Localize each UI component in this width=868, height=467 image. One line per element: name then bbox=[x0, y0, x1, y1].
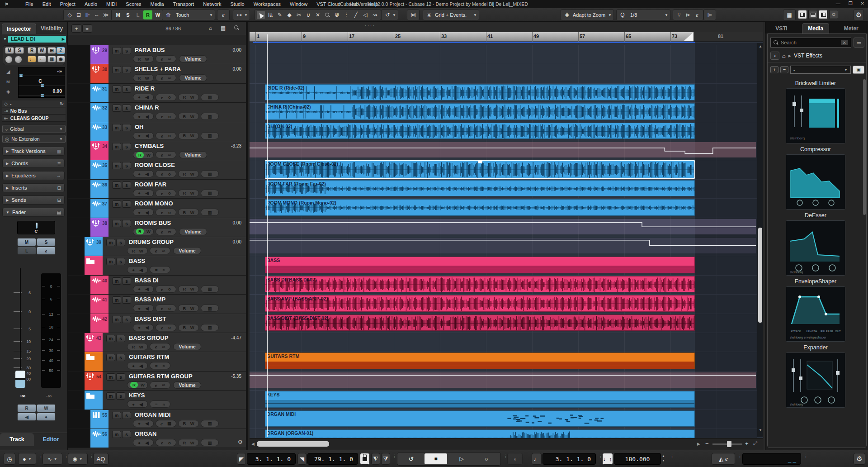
track-solo-button[interactable]: s bbox=[122, 105, 131, 112]
track-bypass-button[interactable]: ∞ bbox=[168, 152, 171, 157]
plugin-item-compressor[interactable]: Compressor bbox=[768, 146, 863, 210]
add-rack-button[interactable]: + bbox=[770, 66, 778, 73]
track-header[interactable]: ▼LEAD L DI▶ bbox=[2, 35, 66, 43]
maximize-button[interactable]: ❐ bbox=[847, 0, 854, 7]
track-insert-state[interactable]: o bbox=[168, 133, 171, 138]
track-insert-state[interactable]: o bbox=[168, 191, 171, 195]
track-mute-button[interactable]: m bbox=[106, 335, 115, 342]
track-edit-button[interactable]: e bbox=[155, 248, 157, 253]
track-solo-button[interactable]: s bbox=[122, 296, 131, 304]
track-color-strip[interactable] bbox=[85, 256, 103, 275]
edit-pill[interactable]: eo bbox=[156, 190, 176, 197]
track-lanes-button[interactable]: ▥ bbox=[208, 172, 212, 176]
track-row-29[interactable]: 29msPARA BUS0.00RWe∞Volume bbox=[68, 45, 248, 64]
folder-collapse-button[interactable]: = bbox=[155, 363, 158, 368]
track-write-button[interactable]: W bbox=[146, 152, 151, 157]
menu-media[interactable]: Media bbox=[146, 0, 168, 8]
automation-lane[interactable] bbox=[250, 238, 756, 253]
track-write-button[interactable]: W bbox=[190, 133, 194, 138]
input-routing-row[interactable]: ⇥No Bus bbox=[2, 108, 66, 114]
reload-icon[interactable]: ↻ bbox=[60, 101, 64, 106]
edit-pill[interactable]: eo bbox=[156, 324, 176, 331]
edit-pill[interactable]: eo bbox=[156, 113, 176, 120]
track-write-button[interactable]: W bbox=[190, 306, 194, 311]
event-bass-amp-bass-amp-02-[interactable]: BASS AMP (BASS AMP-02) bbox=[265, 295, 695, 311]
plugin-item-deesser[interactable]: DeEssersteinberg bbox=[768, 212, 863, 276]
fader-read-button[interactable]: R bbox=[17, 404, 36, 412]
fader-monitor-button[interactable]: ◀ bbox=[17, 413, 36, 421]
tab-editor[interactable]: Editor bbox=[34, 433, 68, 446]
locators-lock-button[interactable] bbox=[360, 453, 370, 465]
remove-rack-button[interactable]: − bbox=[780, 66, 788, 73]
output-routing-row[interactable]: ⇤CLEANS GROUP bbox=[2, 115, 66, 122]
track-read-button[interactable]: R bbox=[137, 57, 141, 62]
write-button[interactable]: W bbox=[38, 47, 46, 54]
track-mute-button[interactable]: m bbox=[106, 258, 115, 265]
track-read-button[interactable]: R bbox=[183, 286, 186, 291]
track-monitor-button[interactable]: ◀ bbox=[139, 267, 142, 272]
track-insert-state[interactable]: o bbox=[168, 210, 171, 215]
freeze-button[interactable]: ⊞ bbox=[47, 47, 56, 54]
punch-out-button[interactable]: ⧩ bbox=[381, 453, 390, 465]
tab-track[interactable]: Track bbox=[0, 433, 34, 446]
event-guitars-rtm[interactable]: GUITARS RTM bbox=[265, 353, 695, 369]
track-monitor-button[interactable]: ◀ bbox=[145, 286, 148, 291]
arrangement-area[interactable]: ····19172533414957657381RIDE R (Ride-02)… bbox=[250, 22, 763, 450]
automation-mode-dropdown[interactable]: ⟰ Touch ▼ bbox=[162, 10, 215, 20]
track-edit-button[interactable]: e bbox=[161, 171, 163, 176]
track-write-button[interactable]: W bbox=[190, 421, 194, 426]
track-row-42[interactable]: 42msBASS DIST●◀eoRW▥ bbox=[68, 314, 248, 333]
menu-file[interactable]: File bbox=[21, 0, 38, 8]
record-pill[interactable]: ●◀ bbox=[127, 400, 148, 408]
volume-pill[interactable]: Volume bbox=[173, 247, 201, 254]
delay-value[interactable]: 0.00 bbox=[19, 88, 62, 94]
track-color-strip[interactable]: 31 bbox=[90, 84, 108, 102]
track-row-34[interactable]: 34msCYMBALS-3.23RWe∞Volume bbox=[68, 141, 248, 160]
quantize-panel-icon[interactable]: e bbox=[693, 11, 701, 19]
zoom-tool[interactable] bbox=[323, 11, 331, 19]
edit-pill[interactable]: eo bbox=[156, 305, 176, 312]
track-color-strip[interactable]: 41 bbox=[90, 295, 108, 313]
automation-pill[interactable]: RW bbox=[133, 55, 154, 62]
track-row-54[interactable]: 54msGUITARS RTM GROUP-5.35RWe∞Volume bbox=[68, 372, 248, 391]
track-row-41[interactable]: 41msBASS AMP●◀eoRW▥ bbox=[68, 295, 248, 314]
track-mute-button[interactable]: m bbox=[112, 200, 121, 208]
track-color-strip[interactable]: 33 bbox=[90, 122, 108, 141]
automation-pill[interactable]: RW bbox=[178, 209, 199, 216]
track-insert-state[interactable]: o bbox=[168, 114, 171, 119]
lanes-pill[interactable]: ▥ bbox=[201, 324, 219, 331]
transport-setup-button[interactable]: ⚙ bbox=[854, 453, 865, 465]
record-pill[interactable]: ●◀ bbox=[133, 209, 154, 216]
toggle-lower-zone-button[interactable] bbox=[808, 10, 817, 19]
track-solo-button[interactable]: s bbox=[122, 277, 131, 285]
grid-type-dropdown[interactable]: ⋕ Adapt to Zoom ▼ bbox=[561, 10, 614, 20]
track-row-56[interactable]: 56msORGAN●◀eoRW▥ bbox=[68, 429, 248, 448]
track-mute-button[interactable]: m bbox=[112, 86, 121, 93]
left-locator-value[interactable]: 3. 1. 1. 0 bbox=[247, 453, 296, 465]
track-record-button[interactable]: ● bbox=[138, 114, 141, 119]
lanes-pill[interactable]: ▥ bbox=[201, 439, 219, 446]
track-color-strip[interactable]: 29 bbox=[90, 45, 108, 64]
sync-display[interactable]: _ _ bbox=[742, 453, 801, 465]
track-color-strip[interactable]: 34 bbox=[90, 141, 108, 160]
punch-in-button[interactable]: ⧨ bbox=[371, 453, 380, 465]
track-write-button[interactable]: W bbox=[190, 114, 194, 119]
track-read-button[interactable]: R bbox=[136, 152, 144, 158]
record-pill[interactable]: ●◀ bbox=[133, 113, 154, 120]
track-edit-button[interactable]: e bbox=[161, 152, 163, 157]
track-bypass-button[interactable]: ∞ bbox=[162, 248, 165, 253]
event-china-r-china-02-[interactable]: CHINA R (China-02) bbox=[265, 103, 695, 119]
track-mute-button[interactable]: m bbox=[106, 239, 115, 246]
track-preset-button[interactable]: ⌯ bbox=[82, 24, 92, 33]
edit-pill[interactable]: eo bbox=[156, 209, 176, 216]
track-edit-button[interactable]: e bbox=[161, 133, 163, 138]
lock-button[interactable]: ⌐ bbox=[38, 56, 46, 62]
track-record-button[interactable]: ● bbox=[138, 421, 141, 426]
rack-dropdown[interactable]: -▼ bbox=[790, 66, 851, 74]
auto-quantize-toggle[interactable]: ◷ bbox=[4, 453, 15, 465]
event-room-close-room-close-02-[interactable]: ROOM CLOSE (Room Close-02) bbox=[265, 160, 695, 178]
automation-pill[interactable]: RW bbox=[178, 170, 199, 177]
menu-network[interactable]: Network bbox=[199, 0, 225, 8]
fader-handle[interactable] bbox=[15, 370, 26, 388]
tab-vsti[interactable]: VSTi bbox=[770, 24, 793, 33]
